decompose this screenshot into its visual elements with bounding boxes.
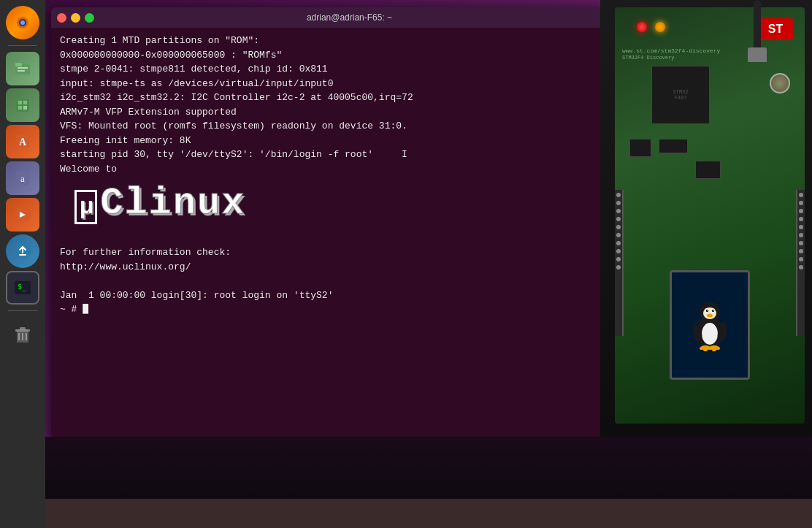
taskbar-icon-files[interactable] (6, 52, 39, 85)
svg-rect-11 (18, 106, 22, 110)
svg-rect-24 (20, 327, 26, 330)
svg-text:A: A (19, 137, 27, 148)
terminal-window: adrian@adrian-F65: ~ Creating 1 MTD part… (51, 7, 606, 438)
svg-text:$_: $_ (18, 283, 27, 291)
main-chip: STM32F407 (651, 66, 710, 124)
svg-rect-8 (16, 99, 29, 112)
small-chip-1 (629, 139, 651, 157)
svg-point-44 (703, 348, 708, 351)
svg-point-46 (708, 347, 713, 350)
desktop: A a (0, 0, 812, 528)
svg-point-48 (716, 347, 720, 350)
taskbar-icon-update[interactable] (6, 234, 39, 268)
st-logo: ST (757, 18, 794, 40)
svg-rect-9 (18, 101, 22, 104)
taskbar-icon-software[interactable] (6, 198, 39, 232)
svg-rect-5 (15, 63, 22, 66)
lcd-screen (672, 272, 748, 378)
svg-rect-6 (18, 67, 28, 69)
desk-area (0, 437, 812, 528)
svg-rect-10 (23, 101, 27, 104)
minimize-button[interactable] (71, 13, 80, 23)
pcb-board: ST www.st.com/stm32f4-discovery STM32F4 … (615, 7, 805, 424)
usb-connector (748, 47, 767, 62)
taskbar: A a (0, 0, 45, 528)
svg-point-3 (20, 20, 25, 25)
svg-point-35 (712, 310, 715, 313)
terminal-body[interactable]: Creating 1 MTD partitions on "ROM": 0x00… (51, 28, 606, 438)
terminal-output-2: For further information check: http://ww… (60, 232, 597, 317)
svg-point-29 (702, 323, 718, 345)
tux-penguin-icon (688, 296, 732, 354)
terminal-titlebar: adrian@adrian-F65: ~ (51, 7, 606, 28)
svg-point-36 (707, 310, 708, 310)
taskbar-icon-firefox[interactable] (6, 6, 39, 39)
pin-header-left (615, 190, 624, 336)
taskbar-icon-trash[interactable] (6, 317, 39, 351)
uclinux-logo: μClinux (74, 179, 597, 229)
taskbar-icon-terminal[interactable]: $_ (6, 271, 39, 305)
stm32-board-area: ST www.st.com/stm32f4-discovery STM32F4 … (600, 0, 812, 438)
terminal-output: Creating 1 MTD partitions on "ROM": 0x00… (60, 34, 597, 176)
svg-rect-19 (19, 254, 26, 256)
taskbar-icon-font[interactable]: a (6, 161, 39, 195)
taskbar-divider-1 (8, 45, 37, 46)
reset-button[interactable] (770, 73, 790, 93)
board-model: STM32F4 Discovery (622, 55, 674, 61)
svg-text:a: a (20, 173, 25, 184)
svg-rect-12 (23, 106, 27, 110)
board-url: www.st.com/stm32f4-discovery (622, 47, 720, 54)
taskbar-icon-text[interactable]: A (6, 125, 39, 158)
terminal-title: adrian@adrian-F65: ~ (99, 12, 600, 23)
taskbar-icon-calc[interactable] (6, 88, 39, 122)
small-chip-2 (659, 139, 688, 153)
led-red (637, 22, 647, 32)
svg-rect-7 (18, 70, 25, 72)
small-chip-3 (695, 161, 721, 179)
svg-point-43 (700, 347, 704, 350)
svg-point-34 (706, 310, 709, 313)
svg-point-47 (712, 348, 716, 351)
lcd-display (670, 270, 750, 380)
svg-point-38 (707, 314, 713, 318)
led-orange (655, 22, 665, 32)
maximize-button[interactable] (85, 13, 94, 23)
pin-header-right (796, 190, 805, 336)
close-button[interactable] (57, 13, 66, 23)
svg-point-37 (713, 310, 713, 310)
desk-surface (0, 499, 812, 528)
taskbar-divider-2 (8, 310, 37, 311)
